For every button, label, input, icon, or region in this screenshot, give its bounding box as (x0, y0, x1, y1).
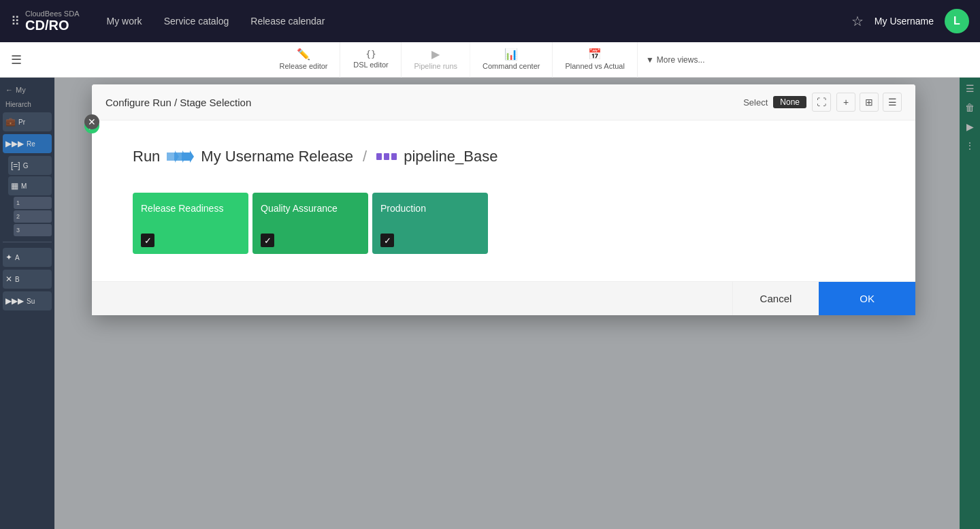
top-nav-right: ☆ My Username L (851, 9, 969, 33)
svg-rect-4 (384, 153, 389, 160)
nav-planned-actual[interactable]: 📅 Planned vs Actual (553, 42, 637, 78)
modal-header: Configure Run / Stage Selection Select N… (92, 84, 915, 121)
sidebar-m-label: M (21, 182, 27, 190)
run-release-name: My Username Release (201, 148, 353, 165)
sidebar-back-label: My (16, 86, 26, 94)
grid-icon-button[interactable]: ⊞ (860, 93, 879, 112)
stage-checkbox-production[interactable]: ✓ (380, 234, 394, 247)
dsl-editor-icon: {} (365, 49, 376, 59)
modal-title: Configure Run / Stage Selection (105, 97, 251, 108)
blocks-icon: ▦ (11, 181, 18, 191)
sidebar-sub-3[interactable]: 3 (14, 224, 52, 236)
modal-wrapper: ▶ ✕ Configure Run / Stage Selection Sele… (92, 84, 943, 315)
nav-pipeline-runs[interactable]: ▶ Pipeline runs (402, 42, 470, 78)
stage-name-release-readiness: Release Readiness (141, 202, 240, 214)
expand-button[interactable]: ⛶ (812, 93, 831, 112)
sub-2-label: 2 (16, 213, 20, 220)
select-value-badge[interactable]: None (773, 96, 806, 108)
modal-select-area: Select None ⛶ + ⊞ ☰ (743, 93, 902, 112)
top-navigation: ⠿ CloudBees SDA CD/RO My work Service ca… (0, 0, 980, 42)
configure-run-modal: Configure Run / Stage Selection Select N… (92, 84, 915, 315)
pipeline-runs-label: Pipeline runs (414, 62, 457, 71)
apps-icon[interactable]: ⠿ (11, 14, 20, 29)
add-icon-button[interactable]: + (836, 93, 855, 112)
more-views-label: More views... (657, 55, 705, 65)
ok-button[interactable]: OK (819, 282, 915, 315)
grid-icon: [=] (11, 161, 20, 170)
dsl-editor-label: DSL editor (353, 61, 389, 69)
favorite-icon[interactable]: ☆ (851, 13, 864, 29)
close-button[interactable]: ✕ (84, 114, 99, 129)
stage-card-production[interactable]: Production ✓ (372, 193, 488, 254)
brand: CloudBees SDA CD/RO (25, 10, 80, 33)
sidebar-g-label: G (23, 162, 29, 170)
sidebar-item-re[interactable]: ▶▶▶ Re (3, 134, 52, 153)
planned-actual-icon: 📅 (588, 48, 602, 61)
nav-command-center[interactable]: 📊 Command center (470, 42, 553, 78)
sidebar-item-b[interactable]: ✕ B (3, 270, 52, 289)
pipeline-icon-su: ▶▶▶ (5, 296, 24, 306)
sidebar: ← My Hierarch 💼 Pr ▶▶▶ Re [=] G ▦ M 1 (0, 78, 54, 529)
planned-actual-label: Planned vs Actual (565, 62, 624, 71)
secondary-navigation: ☰ ✏️ Release editor {} DSL editor ▶ Pipe… (0, 42, 980, 78)
sidebar-re-label: Re (27, 140, 35, 148)
nav-my-work[interactable]: My work (107, 16, 142, 27)
table-icon-button[interactable]: ☰ (883, 93, 902, 112)
stage-card-quality-assurance[interactable]: Quality Assurance ✓ (252, 193, 368, 254)
command-center-label: Command center (483, 62, 540, 71)
pipeline-runs-icon: ▶ (431, 48, 440, 61)
run-title: Run My Username Release / (133, 148, 875, 165)
sidebar-sub-numbers: 1 2 3 (8, 197, 52, 236)
pipeline-arrow-icon (167, 150, 194, 163)
nav-more-views[interactable]: ▼ More views... (638, 52, 713, 67)
avatar[interactable]: L (945, 9, 969, 33)
sidebar-sub-2[interactable]: 2 (14, 210, 52, 223)
back-icon: ← (5, 86, 13, 94)
stage-checkbox-release-readiness[interactable]: ✓ (141, 234, 154, 247)
main-area: ← My Hierarch 💼 Pr ▶▶▶ Re [=] G ▦ M 1 (0, 78, 980, 529)
product-name: CD/RO (25, 18, 80, 33)
sidebar-header[interactable]: ← My (3, 83, 52, 97)
sidebar-item-a[interactable]: ✦ A (3, 248, 52, 267)
stage-name-quality-assurance: Quality Assurance (261, 202, 360, 214)
checkmark-release-readiness: ✓ (144, 236, 152, 246)
briefcase-icon: 💼 (5, 117, 16, 127)
sidebar-item-m[interactable]: ▦ M (8, 176, 52, 195)
stages-row: Release Readiness ✓ Quality Assurance ✓ (133, 193, 875, 254)
sidebar-item-pr[interactable]: 💼 Pr (3, 112, 52, 131)
nav-service-catalog[interactable]: Service catalog (164, 16, 229, 27)
stage-name-production: Production (380, 202, 480, 214)
svg-rect-3 (376, 153, 382, 160)
cancel-button[interactable]: Cancel (732, 282, 819, 315)
footer-right: Cancel OK (732, 282, 915, 315)
footer-left (92, 282, 732, 315)
sidebar-sub: [=] G ▦ M 1 2 3 (3, 156, 52, 236)
stage-card-release-readiness[interactable]: Release Readiness ✓ (133, 193, 248, 254)
sub-3-label: 3 (16, 227, 20, 234)
menu-toggle-icon[interactable]: ☰ (11, 52, 22, 67)
run-pipeline-name: pipeline_Base (404, 148, 497, 165)
nav-release-editor[interactable]: ✏️ Release editor (267, 42, 341, 78)
run-label: Run (133, 148, 160, 165)
nav-release-calendar[interactable]: Release calendar (250, 16, 325, 27)
pipeline-name-icon (376, 152, 397, 161)
sidebar-a-label: A (15, 254, 20, 261)
run-slash: / (363, 148, 367, 165)
company-name: CloudBees SDA (25, 10, 80, 18)
release-editor-label: Release editor (280, 62, 328, 71)
sidebar-divider (3, 242, 52, 242)
modal-overlay: ▶ ✕ Configure Run / Stage Selection Sele… (54, 78, 980, 529)
stage-checkbox-quality-assurance[interactable]: ✓ (261, 234, 274, 247)
username-label: My Username (875, 16, 934, 27)
sidebar-su-label: Su (27, 298, 35, 305)
sidebar-item-su[interactable]: ▶▶▶ Su (3, 291, 52, 310)
asterisk-icon: ✦ (5, 253, 12, 262)
nav-dsl-editor[interactable]: {} DSL editor (340, 42, 402, 78)
checkmark-quality-assurance: ✓ (264, 236, 272, 246)
sidebar-sub-1[interactable]: 1 (14, 197, 52, 209)
nav-links: My work Service catalog Release calendar (107, 16, 325, 27)
release-editor-icon: ✏️ (297, 48, 310, 61)
sidebar-item-g[interactable]: [=] G (8, 156, 52, 175)
sidebar-pr-label: Pr (18, 118, 25, 126)
sidebar-b-label: B (15, 276, 20, 283)
